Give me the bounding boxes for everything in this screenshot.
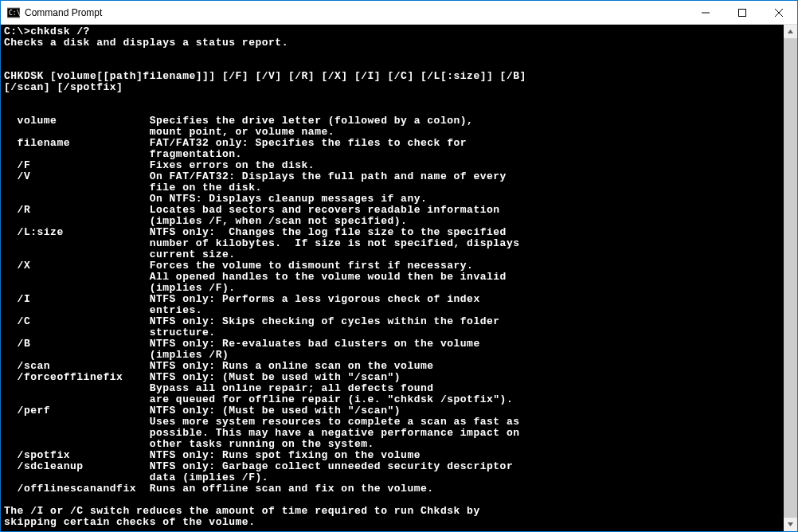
svg-marker-6 <box>788 29 793 33</box>
minimize-button[interactable] <box>687 1 724 24</box>
maximize-button[interactable] <box>724 1 761 24</box>
svg-rect-3 <box>739 9 746 16</box>
scroll-up-button[interactable] <box>784 25 797 38</box>
vertical-scrollbar[interactable] <box>784 25 797 531</box>
window-title: Command Prompt <box>25 7 687 18</box>
cmd-icon: C:\ <box>7 6 20 19</box>
console-area: C:\>chkdsk /? Checks a disk and displays… <box>1 25 797 531</box>
scrollbar-thumb[interactable] <box>784 38 797 518</box>
window-controls <box>687 1 797 24</box>
console-output[interactable]: C:\>chkdsk /? Checks a disk and displays… <box>1 25 784 531</box>
close-button[interactable] <box>761 1 797 24</box>
svg-text:C:\: C:\ <box>9 10 20 17</box>
scroll-down-button[interactable] <box>784 518 797 531</box>
svg-marker-7 <box>788 522 793 526</box>
window-titlebar[interactable]: C:\ Command Prompt <box>1 1 797 25</box>
